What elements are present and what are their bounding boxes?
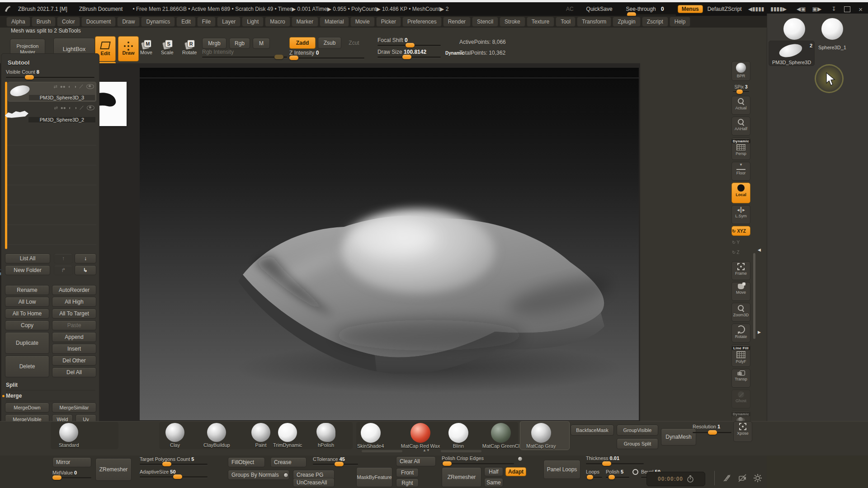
del-all-button[interactable]: Del All bbox=[52, 367, 96, 377]
tool-item-sphere3d-1[interactable]: Sphere3D_1 bbox=[816, 16, 848, 51]
z-rotation-button[interactable]: ↻Z bbox=[731, 248, 750, 257]
target-polygons-slider[interactable]: Target Polygons Count 5 bbox=[140, 456, 208, 465]
duplicate-button[interactable]: Duplicate bbox=[5, 332, 49, 354]
brush-paint[interactable]: Paint bbox=[251, 423, 270, 448]
viewport[interactable] bbox=[52, 63, 640, 421]
menu-item[interactable]: Macro bbox=[265, 17, 290, 27]
move-tool[interactable]: MMove bbox=[140, 40, 152, 55]
all-to-home-button[interactable]: All To Home bbox=[5, 309, 49, 319]
material-greencl[interactable]: MatCap GreenCl bbox=[477, 423, 524, 449]
menu-item[interactable]: Material bbox=[320, 17, 349, 27]
m-button[interactable]: M bbox=[253, 38, 270, 49]
actual-size-button[interactable]: Actual bbox=[731, 96, 750, 115]
y-rotation-button[interactable]: ↻Y bbox=[731, 238, 750, 247]
rotate-view-button[interactable]: Rotate bbox=[731, 324, 750, 343]
fillobject-button[interactable]: FillObject bbox=[228, 457, 265, 467]
menu-item[interactable]: Stencil bbox=[472, 17, 498, 27]
menu-item[interactable]: Document bbox=[81, 17, 116, 27]
ctolerance-slider[interactable]: CTolerance 45 bbox=[313, 456, 358, 465]
z-intensity-slider[interactable]: Z Intensity 0 bbox=[289, 50, 364, 59]
draw-mode-button[interactable]: Draw bbox=[118, 36, 139, 61]
mrgb-button[interactable]: Mrgb bbox=[202, 38, 226, 49]
transp-button[interactable]: Transp bbox=[731, 369, 750, 388]
menu-item[interactable]: Edit bbox=[176, 17, 196, 27]
visible-count-slider[interactable]: Visible Count 8 bbox=[6, 69, 96, 78]
all-high-button[interactable]: All High bbox=[52, 297, 96, 307]
minimize-icon[interactable]: ↧ bbox=[831, 6, 836, 12]
material-scroll-arrows-icon[interactable]: ▲▼ bbox=[423, 448, 430, 452]
move-up-hierarchy-button[interactable]: ↱ bbox=[54, 265, 73, 275]
rotate-tool[interactable]: RRotate bbox=[182, 40, 197, 55]
paste-button[interactable]: Paste bbox=[52, 320, 96, 330]
close-icon[interactable]: × bbox=[859, 5, 863, 13]
see-through-slider[interactable]: See-through 0 bbox=[626, 6, 664, 12]
brush-hpolish[interactable]: hPolish bbox=[316, 423, 335, 448]
menu-item[interactable]: Zplugin bbox=[613, 17, 640, 27]
subtool-up-button[interactable]: ↑ bbox=[54, 253, 73, 263]
palette-dock-left-icon[interactable]: ◀▣ bbox=[797, 6, 806, 12]
subtool-item-selected[interactable]: ⇄●●◐◑／ PM3D_Sphere3D_3 bbox=[8, 82, 96, 102]
ghost-button[interactable]: Ghost bbox=[731, 389, 750, 408]
menu-item[interactable]: Transform bbox=[577, 17, 611, 27]
dynamic-persp-button[interactable]: DynamicPersp bbox=[731, 137, 750, 160]
uncrease-all-button[interactable]: UnCreaseAll bbox=[293, 478, 335, 487]
new-folder-button[interactable]: New Folder bbox=[5, 265, 50, 275]
visibility-eye-icon[interactable] bbox=[86, 84, 94, 89]
all-low-button[interactable]: All Low bbox=[5, 297, 49, 307]
material-skinshade4[interactable]: SkinShade4 bbox=[357, 423, 384, 449]
move-into-folder-button[interactable]: ↳ bbox=[75, 265, 96, 275]
xpose-shelf-button[interactable]: Xpose bbox=[733, 421, 752, 442]
front-button[interactable]: Front bbox=[396, 468, 419, 477]
palette-dock-right-icon[interactable]: ▣▶ bbox=[812, 6, 822, 12]
menu-item[interactable]: Zscript bbox=[642, 17, 668, 27]
delete-button[interactable]: Delete bbox=[5, 356, 49, 377]
shelf-slider-left-icon[interactable]: ◀▮▮▮▮ bbox=[748, 6, 764, 12]
menu-item[interactable]: Dynamics bbox=[141, 17, 175, 27]
mergedown-button[interactable]: MergeDown bbox=[5, 403, 49, 413]
rgb-intensity-slider[interactable]: Rgb Intensity bbox=[202, 49, 287, 58]
menu-item[interactable]: File bbox=[197, 17, 216, 27]
zremesher-left-button[interactable]: ZRemesher bbox=[95, 458, 132, 481]
menu-item[interactable]: Draw bbox=[117, 17, 140, 27]
menu-item[interactable]: Light bbox=[242, 17, 264, 27]
spix-slider[interactable]: SPix 3 bbox=[731, 83, 750, 94]
move-view-button[interactable]: Move bbox=[731, 282, 750, 301]
menu-item[interactable]: Help bbox=[670, 17, 691, 27]
menu-item[interactable]: Picker bbox=[376, 17, 401, 27]
polish-mode-ring-icon[interactable] bbox=[632, 469, 638, 475]
thickness-slider[interactable]: Thickness 0.01 bbox=[586, 455, 644, 465]
menu-item[interactable]: Stroke bbox=[500, 17, 525, 27]
material-blinn[interactable]: Blinn bbox=[448, 423, 468, 449]
midvalue-slider[interactable]: MidValue 0 bbox=[52, 470, 91, 479]
menu-item[interactable]: Alpha bbox=[6, 17, 30, 27]
zremesher-right-button[interactable]: ZRemesher bbox=[442, 467, 481, 487]
zscript-selector[interactable]: DefaultZScript bbox=[708, 6, 742, 12]
clear-all-button[interactable]: Clear All bbox=[396, 456, 436, 466]
polypaint-icon[interactable]: ●● bbox=[60, 84, 66, 89]
shade-icon[interactable]: ◐ bbox=[68, 84, 71, 89]
right-divider-arrow-up-icon[interactable]: ◀ bbox=[758, 248, 761, 252]
menu-item[interactable]: Render bbox=[443, 17, 471, 27]
same-button[interactable]: Same bbox=[484, 478, 503, 487]
mirror-button[interactable]: Mirror bbox=[52, 457, 91, 467]
loops-slider[interactable]: Loops bbox=[586, 469, 602, 478]
material-scrollbar-right[interactable] bbox=[441, 450, 481, 452]
shelf-slider-right-icon[interactable]: ▮▮▮▮▶ bbox=[770, 6, 787, 12]
menu-item[interactable]: Preferences bbox=[402, 17, 442, 27]
material-redwax[interactable]: MatCap Red Wax bbox=[397, 423, 444, 449]
stopwatch-icon[interactable] bbox=[687, 475, 694, 483]
menu-item[interactable]: Brush bbox=[32, 17, 56, 27]
draw-size-slider[interactable]: Draw Size 100.8142 bbox=[377, 49, 441, 58]
menus-button[interactable]: Menus bbox=[678, 5, 703, 13]
menu-item[interactable]: Movie bbox=[350, 17, 375, 27]
menu-item[interactable]: Tool bbox=[556, 17, 576, 27]
zsub-button[interactable]: Zsub bbox=[318, 37, 341, 49]
polypaint-icon[interactable]: ●● bbox=[61, 105, 66, 110]
right-divider-arrow-down-icon[interactable]: ▶ bbox=[758, 330, 761, 334]
menu-item[interactable]: Layer bbox=[217, 17, 241, 27]
brush-claybuildup[interactable]: ClayBuildup bbox=[203, 423, 230, 448]
aahalf-button[interactable]: AAHalf bbox=[731, 117, 750, 136]
quicksave-button[interactable]: QuickSave bbox=[586, 6, 613, 12]
brush-trimdynamic[interactable]: TrimDynamic bbox=[273, 423, 302, 448]
subtool-item-icons[interactable]: ⇄●●◐◑／ bbox=[54, 104, 94, 111]
